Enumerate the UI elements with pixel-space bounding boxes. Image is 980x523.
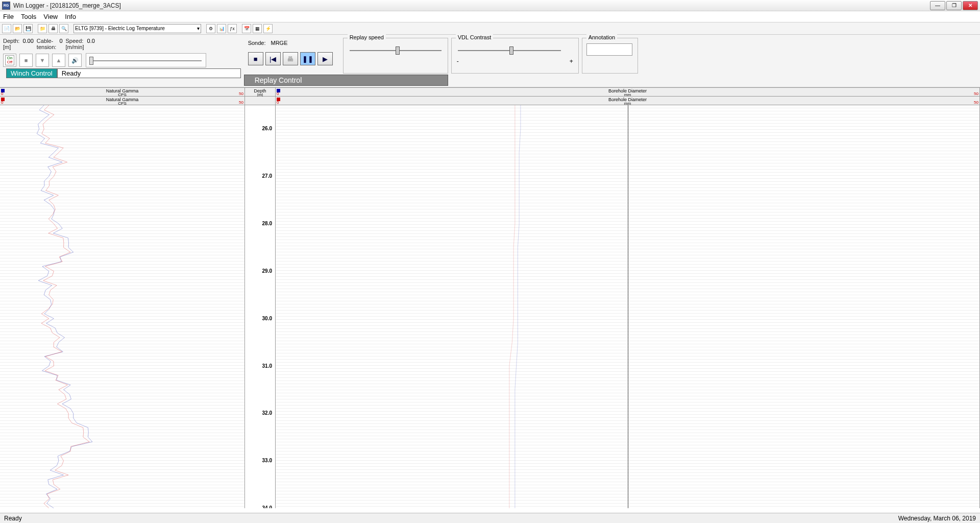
- depth-track: Depth [m] 26.027.028.029.030.031.032.033…: [245, 88, 276, 508]
- depth-value: 0.00: [22, 38, 33, 50]
- toolbar-open-icon[interactable]: 📂: [13, 24, 22, 33]
- winch-stop-button[interactable]: ■: [19, 54, 33, 67]
- depth-tick: 29.0: [262, 268, 272, 274]
- depth-tick: 31.0: [262, 363, 272, 369]
- borehole-track: Borehole Diameter mm 0 50 Borehole Diame…: [276, 88, 980, 508]
- winch-down-button[interactable]: ▼: [36, 54, 49, 67]
- toolbar-save-icon[interactable]: 💾: [23, 24, 33, 33]
- speed-unit: [m/min]: [66, 44, 84, 50]
- replay-pause-button[interactable]: ❚❚: [300, 52, 315, 65]
- depth-tick: 26.0: [262, 126, 272, 131]
- toolbar-print-icon[interactable]: 🖶: [48, 24, 58, 33]
- speed-display: Speed: [m/min]: [66, 38, 84, 50]
- sonde-label: Sonde:: [248, 40, 266, 46]
- annotation-input[interactable]: [586, 43, 632, 56]
- vdl-legend: VDL Contrast: [456, 34, 494, 40]
- replay-speed-legend: Replay speed: [348, 34, 386, 40]
- menu-file[interactable]: File: [3, 13, 14, 20]
- winch-onoff-button[interactable]: OnOff: [3, 54, 16, 67]
- control-panel: Depth: [m] 0.00 Cable- tension: 0 Speed:…: [0, 35, 980, 87]
- depth-tick: 27.0: [262, 173, 272, 179]
- close-button[interactable]: ✕: [963, 1, 978, 10]
- toolbar-chart-icon[interactable]: 📊: [217, 24, 226, 33]
- depth-tick: 33.0: [262, 458, 272, 463]
- toolbar-new-icon[interactable]: 📄: [2, 24, 11, 33]
- winch-control-tab[interactable]: Winch Control: [6, 68, 57, 78]
- toolbar-preview-icon[interactable]: 🔍: [59, 24, 68, 33]
- menu-tools[interactable]: Tools: [21, 13, 36, 20]
- menubar: File Tools View Info: [0, 11, 980, 22]
- toolbar-fx-icon[interactable]: ƒx: [228, 24, 237, 33]
- depth-tick: 30.0: [262, 316, 272, 321]
- depth-column[interactable]: 26.027.028.029.030.031.032.033.034.0: [245, 105, 275, 508]
- vdl-contrast-slider[interactable]: [456, 43, 563, 58]
- winch-sound-button[interactable]: 🔊: [68, 54, 82, 67]
- sonde-value: MRGE: [271, 40, 288, 46]
- gamma-track: Natural Gamma CPS 0 50 Natural Gamma CPS…: [0, 88, 245, 508]
- toolbar-folder-icon[interactable]: 📁: [38, 24, 47, 33]
- annotation-group: Annotation: [582, 38, 638, 74]
- borehole-plot[interactable]: [276, 105, 979, 508]
- toolbar-bolt-icon[interactable]: ⚡: [263, 24, 273, 33]
- replay-rewind-button[interactable]: |◀: [265, 52, 281, 65]
- toolbar-config-icon[interactable]: ⚙: [206, 24, 215, 33]
- cable-value: 0: [59, 38, 62, 50]
- depth-label: Depth:: [3, 38, 19, 44]
- depth-display: Depth: [m]: [3, 38, 19, 50]
- menu-info[interactable]: Info: [65, 13, 76, 20]
- depth-tick: 34.0: [262, 505, 272, 508]
- replay-speed-slider[interactable]: [348, 43, 444, 58]
- vdl-contrast-group: VDL Contrast - +: [451, 38, 579, 74]
- minimize-button[interactable]: —: [930, 1, 945, 10]
- annotation-legend: Annotation: [586, 34, 618, 40]
- speed-label: Speed:: [66, 38, 84, 44]
- gamma-plot[interactable]: [0, 105, 244, 508]
- toolbar: 📄 📂 💾 📁 🖶 🔍 ELTG [9739] - Electric Log T…: [0, 22, 980, 35]
- depth-tick: 28.0: [262, 221, 272, 226]
- cable-display: Cable- tension:: [37, 38, 57, 50]
- winch-up-button[interactable]: ▲: [52, 54, 65, 67]
- log-type-select[interactable]: ELTG [9739] - Electric Log Temperature ▾: [74, 24, 201, 33]
- replay-print-button[interactable]: 🖶: [283, 52, 298, 65]
- toolbar-calendar-icon[interactable]: 📅: [242, 24, 251, 33]
- replay-stop-button[interactable]: ■: [248, 52, 263, 65]
- winch-speed-slider[interactable]: [86, 53, 206, 67]
- vdl-plus: +: [570, 58, 573, 65]
- app-icon: RG: [2, 2, 10, 10]
- speed-value: 0.0: [87, 38, 95, 50]
- log-type-value: ELTG [9739] - Electric Log Temperature: [75, 26, 165, 31]
- vdl-minus: -: [457, 58, 459, 65]
- maximize-button[interactable]: ❐: [946, 1, 962, 10]
- winch-status: Ready: [57, 68, 241, 78]
- window-title: Win Logger - [20181205_merge_3ACS]: [13, 2, 930, 9]
- replay-play-button[interactable]: ▶: [317, 52, 333, 65]
- menu-view[interactable]: View: [43, 13, 58, 20]
- chevron-down-icon: ▾: [197, 26, 200, 31]
- replay-control-bar: Replay Control: [244, 75, 448, 86]
- cable-label: Cable-: [37, 38, 57, 44]
- graph-area: Natural Gamma CPS 0 50 Natural Gamma CPS…: [0, 87, 980, 508]
- titlebar: RG Win Logger - [20181205_merge_3ACS] — …: [0, 0, 980, 11]
- depth-unit: [m]: [3, 44, 19, 50]
- toolbar-grid-icon[interactable]: ▦: [253, 24, 262, 33]
- cable-label2: tension:: [37, 44, 57, 50]
- depth-tick: 32.0: [262, 410, 272, 416]
